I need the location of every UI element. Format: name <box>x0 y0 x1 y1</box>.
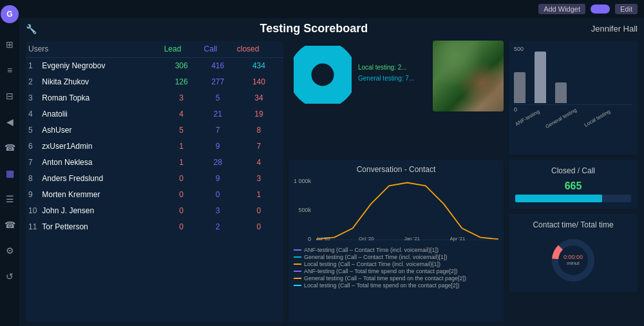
pie-label-general: General testing: 7... <box>358 75 414 82</box>
y-label-1000k: 1 000k <box>294 178 311 184</box>
donut-label: 0:00:00 minut <box>547 235 599 286</box>
legend-item: Local testing (Call – Total time spend o… <box>294 282 498 289</box>
bar-group-general <box>535 52 546 103</box>
bar-group-anf <box>514 72 526 103</box>
row-name: John J. Jensen <box>39 203 161 219</box>
row-lead: 306 <box>162 58 202 74</box>
y-label-0: 0 <box>294 236 311 242</box>
progress-bar-bg <box>515 195 631 202</box>
legend-dot <box>294 264 301 265</box>
scoreboard-panel: Users Lead Call closed 1 Evgeniy Negrobo… <box>26 41 283 322</box>
donut-sub: minut <box>567 260 580 266</box>
list-icon[interactable]: ≡ <box>3 63 17 77</box>
wrench-icon[interactable]: 🔧 <box>26 24 37 34</box>
toggle-switch[interactable] <box>591 5 610 14</box>
row-name: Anders Fredslund <box>39 171 161 187</box>
row-lead: 5 <box>162 122 202 139</box>
row-num: 6 <box>26 139 39 155</box>
conversation-chart-panel: Conversation - Contact 1 000k 500k 0 <box>289 160 504 323</box>
bar-chart-panel: 500 0 ANF-testing <box>509 41 638 155</box>
row-name: Morten Kremmer <box>39 187 161 203</box>
row-lead: 1 <box>162 139 202 155</box>
row-num: 1 <box>26 58 39 74</box>
pie-section: Local testing: 2... General testing: 7..… <box>289 41 428 109</box>
legend-item: General testing (Call – Total time spend… <box>294 275 498 282</box>
table-row: 11 Tor Petterson 0 2 0 <box>26 219 283 235</box>
row-lead: 0 <box>162 171 202 187</box>
contact-time-panel: Contact time/ Total time 0:00:00 minut <box>509 214 638 292</box>
svg-text:Jan '21: Jan '21 <box>404 236 420 242</box>
row-closed: 0 <box>234 219 283 235</box>
row-name: Anton Neklesa <box>39 155 161 171</box>
settings-icon[interactable]: ⚙ <box>3 244 17 258</box>
pie-label-local: Local testing: 2... <box>358 64 414 71</box>
y-axis-labels: 1 000k 500k 0 <box>294 178 312 242</box>
table-row: 10 John J. Jensen 0 3 0 <box>26 203 283 219</box>
row-closed: 1 <box>234 187 283 203</box>
svg-text:Jul '20: Jul '20 <box>316 236 330 242</box>
pie-container: Local testing: 2... General testing: 7..… <box>289 41 428 109</box>
forest-photo <box>433 41 504 111</box>
row-call: 5 <box>202 90 234 106</box>
legend-text: Local testing (Call – Total time spend o… <box>304 282 459 289</box>
row-num: 5 <box>26 122 39 139</box>
conversation-chart-title: Conversation - Contact <box>294 165 498 174</box>
legend-item: Local testing (Call – Contact Time (incl… <box>294 261 498 267</box>
row-name: zxUser1Admin <box>39 139 161 155</box>
phone2-icon[interactable]: ☎ <box>3 218 17 232</box>
panel-icon[interactable]: ⊟ <box>3 89 17 103</box>
donut-value: 0:00:00 <box>564 254 583 260</box>
row-call: 7 <box>202 122 234 139</box>
donut-chart: 0:00:00 minut <box>547 235 599 286</box>
row-lead: 126 <box>162 74 202 90</box>
row-name: AshUser <box>39 122 161 139</box>
legend-item: General testing (Call – Contact Time (in… <box>294 254 498 260</box>
bar-x-labels: ANF-testing General testing Local testin… <box>514 115 632 121</box>
row-lead: 0 <box>162 203 202 219</box>
phone-icon[interactable]: ☎ <box>3 140 17 155</box>
add-widget-button[interactable]: Add Widget <box>538 4 585 14</box>
line-chart-svg: Jul '20 Oct '20 Jan '21 Apr '21 <box>316 178 498 242</box>
row-call: 28 <box>202 155 234 171</box>
row-lead: 0 <box>162 187 202 203</box>
legend-item: ANF-testing (Call – Contact Time (incl. … <box>294 247 498 253</box>
topbar: Add Widget Edit <box>19 0 644 18</box>
back-icon[interactable]: ◀ <box>3 115 17 129</box>
row-call: 277 <box>202 74 234 90</box>
y-label-500k: 500k <box>294 207 311 213</box>
legend-dot <box>294 249 301 251</box>
row-name: Evgeniy Negrobov <box>39 58 161 74</box>
chart-icon[interactable]: ▦ <box>3 166 17 180</box>
page-header: 🔧 Testing Scoreboard Jennifer Hall <box>26 22 638 35</box>
row-name: Anatolii <box>39 106 161 122</box>
page-title: Testing Scoreboard <box>37 22 591 35</box>
row-closed: 434 <box>234 58 283 74</box>
line-chart-area: Jul '20 Oct '20 Jan '21 Apr '21 <box>316 178 498 244</box>
row-num: 2 <box>26 74 39 90</box>
grid-icon[interactable]: ⊞ <box>3 37 17 52</box>
row-call: 0 <box>202 187 234 203</box>
row-call: 3 <box>202 203 234 219</box>
row-call: 9 <box>202 139 234 155</box>
row-closed: 8 <box>234 122 283 139</box>
edit-button[interactable]: Edit <box>615 4 638 14</box>
row-num: 10 <box>26 203 39 219</box>
row-num: 7 <box>26 155 39 171</box>
row-lead: 1 <box>162 155 202 171</box>
table-row: 7 Anton Neklesa 1 28 4 <box>26 155 283 171</box>
legend-text: ANF-testing (Call – Contact Time (incl. … <box>304 247 439 253</box>
menu-icon[interactable]: ☰ <box>3 192 17 206</box>
legend-dot <box>294 256 301 258</box>
row-call: 9 <box>202 171 234 187</box>
row-call: 416 <box>202 58 234 74</box>
legend-text: ANF-testing (Call – Total time spend on … <box>304 268 457 274</box>
content-area: 🔧 Testing Scoreboard Jennifer Hall Users… <box>19 18 644 326</box>
col-header-users: Users <box>26 41 162 58</box>
refresh-icon[interactable]: ↺ <box>3 269 17 283</box>
row-num: 9 <box>26 187 39 203</box>
legend-dot <box>294 271 301 272</box>
progress-bar-fill <box>515 195 602 202</box>
row-num: 4 <box>26 106 39 122</box>
sidebar: G ⊞ ≡ ⊟ ◀ ☎ ▦ ☰ ☎ ⚙ ↺ <box>0 0 19 326</box>
row-closed: 4 <box>234 155 283 171</box>
